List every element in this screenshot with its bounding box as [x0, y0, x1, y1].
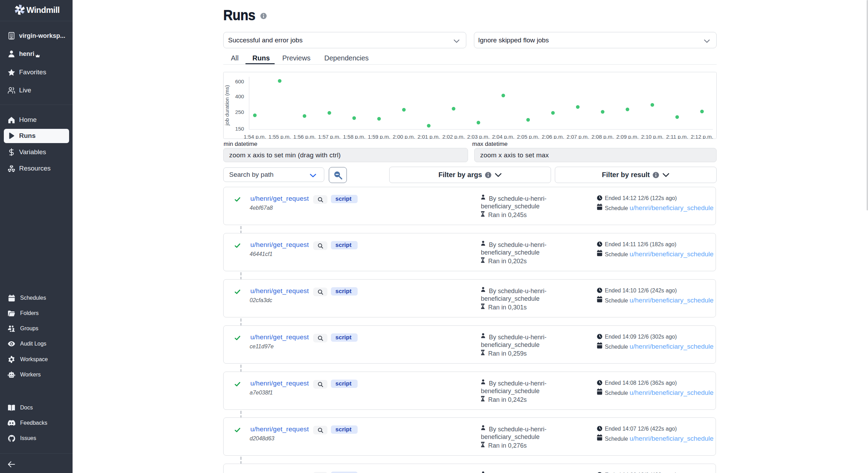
svg-text:600: 600	[235, 78, 244, 84]
svg-text:2:07 p.m.: 2:07 p.m.	[567, 134, 589, 139]
svg-text:1:56 p.m.: 1:56 p.m.	[293, 134, 316, 139]
svg-text:2:00 p.m.: 2:00 p.m.	[393, 134, 415, 139]
svg-text:1:59 p.m.: 1:59 p.m.	[368, 134, 390, 139]
svg-text:2:05 p.m.: 2:05 p.m.	[517, 134, 540, 139]
svg-text:2:04 p.m.: 2:04 p.m.	[492, 134, 515, 139]
svg-text:250: 250	[235, 109, 244, 115]
svg-text:1:57 p.m.: 1:57 p.m.	[318, 134, 341, 139]
svg-text:2:10 p.m.: 2:10 p.m.	[641, 134, 663, 139]
svg-text:1:54 p.m.: 1:54 p.m.	[244, 134, 266, 139]
svg-text:2:11 p.m.: 2:11 p.m.	[666, 134, 688, 139]
svg-text:2:09 p.m.: 2:09 p.m.	[616, 134, 639, 139]
svg-text:2:08 p.m.: 2:08 p.m.	[591, 134, 614, 139]
svg-text:job duration (ms): job duration (ms)	[224, 85, 230, 126]
svg-text:2:12 p.m.: 2:12 p.m.	[691, 134, 713, 139]
svg-text:1:58 p.m.: 1:58 p.m.	[343, 134, 366, 139]
svg-text:150: 150	[235, 126, 244, 132]
svg-text:2:01 p.m.: 2:01 p.m.	[417, 134, 440, 139]
svg-text:2:06 p.m.: 2:06 p.m.	[542, 134, 564, 139]
svg-text:2:02 p.m.: 2:02 p.m.	[442, 134, 465, 139]
svg-text:1:55 p.m.: 1:55 p.m.	[268, 134, 291, 139]
svg-text:400: 400	[235, 93, 244, 99]
svg-text:2:03 p.m.: 2:03 p.m.	[467, 134, 490, 139]
